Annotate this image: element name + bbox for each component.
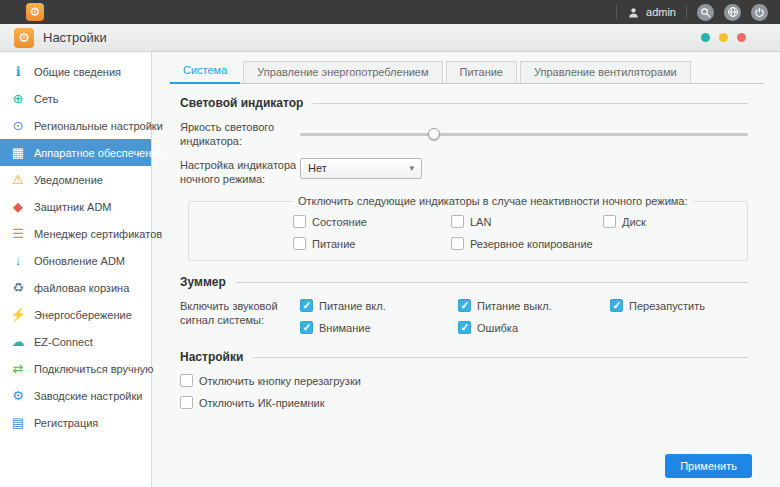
- checkbox-box[interactable]: [300, 321, 313, 334]
- window-title: Настройки: [43, 30, 107, 45]
- section-led-indicator: Световой индикатор: [180, 96, 748, 110]
- recycle-bin-icon: ♻: [10, 281, 26, 294]
- checkbox-box[interactable]: [451, 237, 464, 250]
- checkbox-box[interactable]: [451, 215, 464, 228]
- sidebar-item-notification[interactable]: ⚠Уведомление: [0, 166, 151, 193]
- checkbox-power-on[interactable]: Питание вкл.: [300, 299, 458, 312]
- checkbox-disk[interactable]: Диск: [603, 215, 737, 228]
- checkbox-disable-ir-receiver[interactable]: Отключить ИК-приемник: [180, 396, 748, 409]
- tab-system[interactable]: Система: [170, 60, 240, 84]
- user-name: admin: [646, 6, 676, 18]
- checkbox-restart[interactable]: Перезапустить: [610, 299, 748, 312]
- sidebar-item-hardware[interactable]: ▦Аппаратное обеспечение: [0, 139, 151, 166]
- checkbox-label: Состояние: [312, 216, 367, 228]
- sidebar-item-label: Регистрация: [34, 417, 98, 429]
- section-title-text: Зуммер: [180, 275, 226, 289]
- close-button[interactable]: [737, 33, 746, 42]
- manual-connect-icon: ⇄: [10, 362, 26, 375]
- tab-content: Световой индикатор Яркость светового инд…: [152, 84, 780, 487]
- checkbox-label: Отключить ИК-приемник: [199, 397, 325, 409]
- tab-power-management[interactable]: Управление энергопотреблением: [243, 61, 442, 83]
- info-icon: ℹ: [10, 65, 26, 78]
- sidebar-item-network[interactable]: ⊕Сеть: [0, 85, 151, 112]
- checkbox-box[interactable]: [458, 299, 471, 312]
- sidebar-item-label: Региональные настройки: [34, 120, 163, 132]
- sidebar-item-label: Энергосбережение: [34, 309, 132, 321]
- checkbox-status[interactable]: Состояние: [293, 215, 451, 228]
- hardware-chip-icon: ▦: [10, 146, 26, 159]
- section-title-text: Настройки: [180, 350, 243, 364]
- divider: [236, 282, 748, 283]
- brightness-label: Яркость светового индикатора:: [180, 120, 300, 149]
- sidebar-item-label: Защитник ADM: [34, 201, 112, 213]
- sidebar-item-adm-defender[interactable]: ◆Защитник ADM: [0, 193, 151, 220]
- settings-sidebar: ℹОбщие сведения ⊕Сеть ⊙Региональные наст…: [0, 52, 152, 487]
- energy-saving-icon: ⚡: [10, 308, 26, 321]
- sidebar-item-registration[interactable]: ▤Регистрация: [0, 409, 151, 436]
- sidebar-item-regional[interactable]: ⊙Региональные настройки: [0, 112, 151, 139]
- sidebar-item-adm-update[interactable]: ↓Обновление ADM: [0, 247, 151, 274]
- checkbox-box[interactable]: [293, 237, 306, 250]
- tab-power[interactable]: Питание: [446, 61, 517, 83]
- checkbox-box[interactable]: [458, 321, 471, 334]
- slider-track[interactable]: [300, 133, 748, 136]
- checkbox-attention[interactable]: Внимание: [300, 321, 458, 334]
- checkbox-label: LAN: [470, 216, 491, 228]
- sidebar-item-ez-connect[interactable]: ☁EZ-Connect: [0, 328, 151, 355]
- adm-app-icon[interactable]: ⚙: [26, 3, 44, 21]
- checkbox-label: Отключить кнопку перезагрузки: [199, 375, 361, 387]
- settings-app-icon: ⚙: [14, 28, 34, 48]
- checkbox-error[interactable]: Ошибка: [458, 321, 610, 334]
- sidebar-item-label: файловая корзина: [34, 282, 129, 294]
- window-header[interactable]: ⚙ Настройки: [0, 24, 780, 52]
- checkbox-label: Ошибка: [477, 322, 518, 334]
- buzzer-label: Включить звуковой сигнал системы:: [180, 299, 300, 328]
- brightness-slider[interactable]: [300, 127, 748, 141]
- gear-icon: ⚙: [30, 5, 41, 19]
- sidebar-item-label: Уведомление: [34, 174, 103, 186]
- checkbox-label: Перезапустить: [629, 300, 705, 312]
- search-icon[interactable]: [697, 4, 714, 21]
- checkbox-box[interactable]: [293, 215, 306, 228]
- sidebar-item-label: Сеть: [34, 93, 58, 105]
- ez-connect-cloud-icon: ☁: [10, 335, 26, 348]
- sidebar-item-label: Подключиться вручную: [34, 363, 154, 375]
- checkbox-box[interactable]: [300, 299, 313, 312]
- separator: [686, 5, 687, 19]
- tab-fan-control[interactable]: Управление вентиляторами: [520, 61, 691, 83]
- user-menu[interactable]: admin: [627, 6, 676, 19]
- checkbox-power[interactable]: Питание: [293, 237, 451, 250]
- checkbox-box[interactable]: [603, 215, 616, 228]
- checkbox-lan[interactable]: LAN: [451, 215, 603, 228]
- sidebar-item-manual-connect[interactable]: ⇄Подключиться вручную: [0, 355, 151, 382]
- checkbox-box[interactable]: [180, 396, 193, 409]
- online-help-globe-icon[interactable]: [724, 4, 741, 21]
- checkbox-backup[interactable]: Резервное копирование: [451, 237, 603, 250]
- night-mode-indicator-group: Отключить следующие индикаторы в случае …: [188, 195, 748, 261]
- maximize-button[interactable]: [719, 33, 728, 42]
- apply-button[interactable]: Применить: [665, 454, 752, 478]
- checkbox-label: Резервное копирование: [470, 238, 593, 250]
- checkbox-disable-reset-button[interactable]: Отключить кнопку перезагрузки: [180, 374, 748, 387]
- night-mode-dropdown[interactable]: Нет ▾: [300, 158, 422, 179]
- checkbox-power-off[interactable]: Питание выкл.: [458, 299, 610, 312]
- sidebar-item-certificate-manager[interactable]: ☰Менеджер сертификатов: [0, 220, 151, 247]
- checkbox-box[interactable]: [610, 299, 623, 312]
- chevron-down-icon: ▾: [409, 163, 414, 173]
- divider: [253, 357, 748, 358]
- dropdown-value: Нет: [308, 162, 327, 174]
- sidebar-item-recycle-bin[interactable]: ♻файловая корзина: [0, 274, 151, 301]
- minimize-button[interactable]: [701, 33, 710, 42]
- sidebar-item-general[interactable]: ℹОбщие сведения: [0, 58, 151, 85]
- sidebar-item-energy-saving[interactable]: ⚡Энергосбережение: [0, 301, 151, 328]
- checkbox-box[interactable]: [180, 374, 193, 387]
- checkbox-label: Внимание: [319, 322, 371, 334]
- notification-bell-icon: ⚠: [10, 173, 26, 186]
- factory-settings-icon: ⚙: [10, 389, 26, 402]
- sidebar-item-factory-default[interactable]: ⚙Заводские настройки: [0, 382, 151, 409]
- sidebar-item-label: Менеджер сертификатов: [34, 228, 162, 240]
- checkbox-label: Питание выкл.: [477, 300, 552, 312]
- power-logout-icon[interactable]: [751, 4, 768, 21]
- brightness-slider-handle[interactable]: [428, 128, 440, 140]
- sidebar-item-label: Заводские настройки: [34, 390, 142, 402]
